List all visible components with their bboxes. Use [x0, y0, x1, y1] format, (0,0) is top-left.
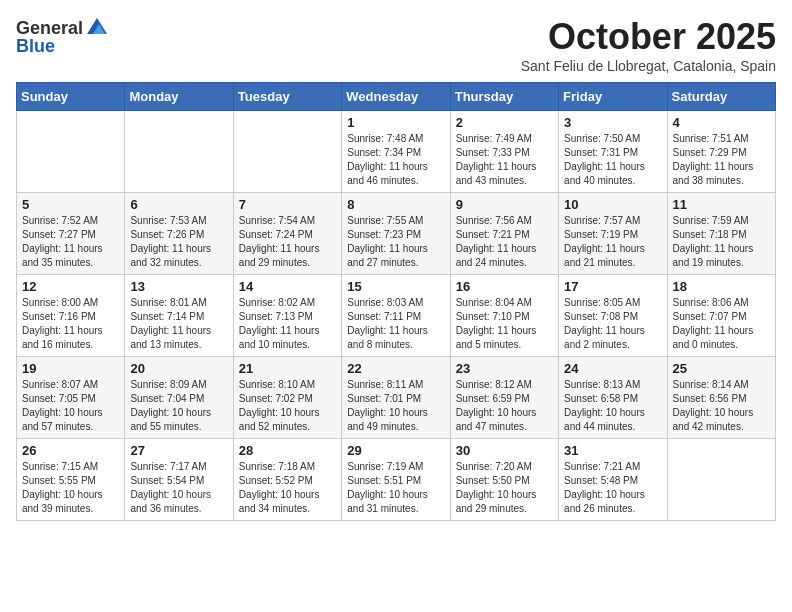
day-info: Sunrise: 8:09 AM Sunset: 7:04 PM Dayligh…	[130, 378, 227, 434]
day-cell: 18Sunrise: 8:06 AM Sunset: 7:07 PM Dayli…	[667, 275, 775, 357]
week-row-3: 12Sunrise: 8:00 AM Sunset: 7:16 PM Dayli…	[17, 275, 776, 357]
title-area: October 2025 Sant Feliu de Llobregat, Ca…	[521, 16, 776, 74]
day-number: 4	[673, 115, 770, 130]
day-cell: 5Sunrise: 7:52 AM Sunset: 7:27 PM Daylig…	[17, 193, 125, 275]
day-header-tuesday: Tuesday	[233, 83, 341, 111]
day-cell: 13Sunrise: 8:01 AM Sunset: 7:14 PM Dayli…	[125, 275, 233, 357]
day-info: Sunrise: 7:55 AM Sunset: 7:23 PM Dayligh…	[347, 214, 444, 270]
day-cell: 17Sunrise: 8:05 AM Sunset: 7:08 PM Dayli…	[559, 275, 667, 357]
day-info: Sunrise: 7:56 AM Sunset: 7:21 PM Dayligh…	[456, 214, 553, 270]
day-cell: 11Sunrise: 7:59 AM Sunset: 7:18 PM Dayli…	[667, 193, 775, 275]
day-cell: 4Sunrise: 7:51 AM Sunset: 7:29 PM Daylig…	[667, 111, 775, 193]
day-number: 7	[239, 197, 336, 212]
day-cell	[17, 111, 125, 193]
day-number: 2	[456, 115, 553, 130]
day-cell: 9Sunrise: 7:56 AM Sunset: 7:21 PM Daylig…	[450, 193, 558, 275]
day-info: Sunrise: 8:06 AM Sunset: 7:07 PM Dayligh…	[673, 296, 770, 352]
day-header-thursday: Thursday	[450, 83, 558, 111]
day-cell: 2Sunrise: 7:49 AM Sunset: 7:33 PM Daylig…	[450, 111, 558, 193]
day-cell: 12Sunrise: 8:00 AM Sunset: 7:16 PM Dayli…	[17, 275, 125, 357]
day-cell: 7Sunrise: 7:54 AM Sunset: 7:24 PM Daylig…	[233, 193, 341, 275]
header: General Blue October 2025 Sant Feliu de …	[16, 16, 776, 74]
day-info: Sunrise: 7:54 AM Sunset: 7:24 PM Dayligh…	[239, 214, 336, 270]
day-number: 20	[130, 361, 227, 376]
day-cell: 8Sunrise: 7:55 AM Sunset: 7:23 PM Daylig…	[342, 193, 450, 275]
day-number: 1	[347, 115, 444, 130]
day-number: 27	[130, 443, 227, 458]
day-number: 9	[456, 197, 553, 212]
day-number: 30	[456, 443, 553, 458]
day-cell: 27Sunrise: 7:17 AM Sunset: 5:54 PM Dayli…	[125, 439, 233, 521]
calendar-table: SundayMondayTuesdayWednesdayThursdayFrid…	[16, 82, 776, 521]
day-info: Sunrise: 8:03 AM Sunset: 7:11 PM Dayligh…	[347, 296, 444, 352]
day-cell: 19Sunrise: 8:07 AM Sunset: 7:05 PM Dayli…	[17, 357, 125, 439]
logo-blue: Blue	[16, 36, 55, 57]
day-number: 16	[456, 279, 553, 294]
week-row-5: 26Sunrise: 7:15 AM Sunset: 5:55 PM Dayli…	[17, 439, 776, 521]
day-info: Sunrise: 7:48 AM Sunset: 7:34 PM Dayligh…	[347, 132, 444, 188]
location-subtitle: Sant Feliu de Llobregat, Catalonia, Spai…	[521, 58, 776, 74]
day-cell: 22Sunrise: 8:11 AM Sunset: 7:01 PM Dayli…	[342, 357, 450, 439]
days-header-row: SundayMondayTuesdayWednesdayThursdayFrid…	[17, 83, 776, 111]
day-cell: 25Sunrise: 8:14 AM Sunset: 6:56 PM Dayli…	[667, 357, 775, 439]
day-info: Sunrise: 8:02 AM Sunset: 7:13 PM Dayligh…	[239, 296, 336, 352]
day-header-friday: Friday	[559, 83, 667, 111]
day-info: Sunrise: 7:19 AM Sunset: 5:51 PM Dayligh…	[347, 460, 444, 516]
day-number: 8	[347, 197, 444, 212]
day-number: 21	[239, 361, 336, 376]
day-number: 10	[564, 197, 661, 212]
day-number: 3	[564, 115, 661, 130]
day-cell: 20Sunrise: 8:09 AM Sunset: 7:04 PM Dayli…	[125, 357, 233, 439]
day-info: Sunrise: 8:07 AM Sunset: 7:05 PM Dayligh…	[22, 378, 119, 434]
day-number: 5	[22, 197, 119, 212]
day-info: Sunrise: 7:50 AM Sunset: 7:31 PM Dayligh…	[564, 132, 661, 188]
day-cell: 14Sunrise: 8:02 AM Sunset: 7:13 PM Dayli…	[233, 275, 341, 357]
day-info: Sunrise: 8:04 AM Sunset: 7:10 PM Dayligh…	[456, 296, 553, 352]
day-info: Sunrise: 8:00 AM Sunset: 7:16 PM Dayligh…	[22, 296, 119, 352]
day-cell: 24Sunrise: 8:13 AM Sunset: 6:58 PM Dayli…	[559, 357, 667, 439]
day-cell: 21Sunrise: 8:10 AM Sunset: 7:02 PM Dayli…	[233, 357, 341, 439]
day-info: Sunrise: 7:21 AM Sunset: 5:48 PM Dayligh…	[564, 460, 661, 516]
day-number: 11	[673, 197, 770, 212]
day-info: Sunrise: 7:15 AM Sunset: 5:55 PM Dayligh…	[22, 460, 119, 516]
day-cell	[667, 439, 775, 521]
day-number: 29	[347, 443, 444, 458]
day-number: 25	[673, 361, 770, 376]
day-header-sunday: Sunday	[17, 83, 125, 111]
day-header-saturday: Saturday	[667, 83, 775, 111]
day-cell: 23Sunrise: 8:12 AM Sunset: 6:59 PM Dayli…	[450, 357, 558, 439]
day-number: 22	[347, 361, 444, 376]
day-cell: 16Sunrise: 8:04 AM Sunset: 7:10 PM Dayli…	[450, 275, 558, 357]
day-info: Sunrise: 8:10 AM Sunset: 7:02 PM Dayligh…	[239, 378, 336, 434]
day-info: Sunrise: 8:12 AM Sunset: 6:59 PM Dayligh…	[456, 378, 553, 434]
day-number: 28	[239, 443, 336, 458]
day-cell: 29Sunrise: 7:19 AM Sunset: 5:51 PM Dayli…	[342, 439, 450, 521]
day-info: Sunrise: 7:17 AM Sunset: 5:54 PM Dayligh…	[130, 460, 227, 516]
day-cell	[233, 111, 341, 193]
day-number: 18	[673, 279, 770, 294]
day-info: Sunrise: 7:52 AM Sunset: 7:27 PM Dayligh…	[22, 214, 119, 270]
day-cell	[125, 111, 233, 193]
week-row-2: 5Sunrise: 7:52 AM Sunset: 7:27 PM Daylig…	[17, 193, 776, 275]
day-number: 14	[239, 279, 336, 294]
month-title: October 2025	[521, 16, 776, 58]
day-number: 17	[564, 279, 661, 294]
day-info: Sunrise: 7:53 AM Sunset: 7:26 PM Dayligh…	[130, 214, 227, 270]
day-number: 24	[564, 361, 661, 376]
day-header-monday: Monday	[125, 83, 233, 111]
day-info: Sunrise: 7:20 AM Sunset: 5:50 PM Dayligh…	[456, 460, 553, 516]
day-info: Sunrise: 7:59 AM Sunset: 7:18 PM Dayligh…	[673, 214, 770, 270]
logo: General Blue	[16, 16, 109, 57]
day-number: 19	[22, 361, 119, 376]
day-info: Sunrise: 7:49 AM Sunset: 7:33 PM Dayligh…	[456, 132, 553, 188]
day-number: 23	[456, 361, 553, 376]
day-number: 26	[22, 443, 119, 458]
day-number: 12	[22, 279, 119, 294]
day-cell: 28Sunrise: 7:18 AM Sunset: 5:52 PM Dayli…	[233, 439, 341, 521]
logo-icon	[85, 16, 109, 40]
day-info: Sunrise: 8:13 AM Sunset: 6:58 PM Dayligh…	[564, 378, 661, 434]
day-cell: 30Sunrise: 7:20 AM Sunset: 5:50 PM Dayli…	[450, 439, 558, 521]
day-info: Sunrise: 8:05 AM Sunset: 7:08 PM Dayligh…	[564, 296, 661, 352]
day-number: 31	[564, 443, 661, 458]
day-cell: 6Sunrise: 7:53 AM Sunset: 7:26 PM Daylig…	[125, 193, 233, 275]
